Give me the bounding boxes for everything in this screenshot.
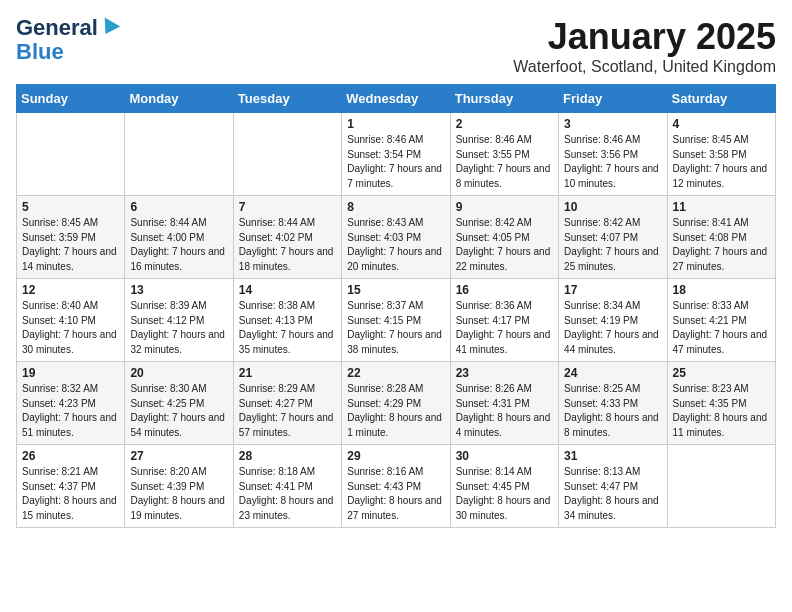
calendar-cell: 9 Sunrise: 8:42 AMSunset: 4:05 PMDayligh… [450,196,558,279]
day-info: Sunrise: 8:39 AMSunset: 4:12 PMDaylight:… [130,299,227,357]
calendar-cell: 24 Sunrise: 8:25 AMSunset: 4:33 PMDaylig… [559,362,667,445]
calendar-week-row: 12 Sunrise: 8:40 AMSunset: 4:10 PMDaylig… [17,279,776,362]
calendar-cell: 15 Sunrise: 8:37 AMSunset: 4:15 PMDaylig… [342,279,450,362]
day-number: 25 [673,366,770,380]
calendar-week-row: 26 Sunrise: 8:21 AMSunset: 4:37 PMDaylig… [17,445,776,528]
day-info: Sunrise: 8:43 AMSunset: 4:03 PMDaylight:… [347,216,444,274]
logo: General Blue [16,16,118,64]
calendar-cell: 21 Sunrise: 8:29 AMSunset: 4:27 PMDaylig… [233,362,341,445]
day-info: Sunrise: 8:16 AMSunset: 4:43 PMDaylight:… [347,465,444,523]
day-number: 30 [456,449,553,463]
day-number: 17 [564,283,661,297]
day-header: Friday [559,85,667,113]
day-info: Sunrise: 8:26 AMSunset: 4:31 PMDaylight:… [456,382,553,440]
calendar-cell: 16 Sunrise: 8:36 AMSunset: 4:17 PMDaylig… [450,279,558,362]
calendar-week-row: 5 Sunrise: 8:45 AMSunset: 3:59 PMDayligh… [17,196,776,279]
day-info: Sunrise: 8:13 AMSunset: 4:47 PMDaylight:… [564,465,661,523]
calendar-cell [667,445,775,528]
logo-icon [98,18,121,39]
calendar-cell [233,113,341,196]
calendar-cell: 12 Sunrise: 8:40 AMSunset: 4:10 PMDaylig… [17,279,125,362]
day-number: 6 [130,200,227,214]
day-info: Sunrise: 8:46 AMSunset: 3:55 PMDaylight:… [456,133,553,191]
day-info: Sunrise: 8:46 AMSunset: 3:54 PMDaylight:… [347,133,444,191]
day-number: 3 [564,117,661,131]
calendar-cell: 20 Sunrise: 8:30 AMSunset: 4:25 PMDaylig… [125,362,233,445]
day-number: 29 [347,449,444,463]
calendar-week-row: 1 Sunrise: 8:46 AMSunset: 3:54 PMDayligh… [17,113,776,196]
day-info: Sunrise: 8:28 AMSunset: 4:29 PMDaylight:… [347,382,444,440]
day-info: Sunrise: 8:36 AMSunset: 4:17 PMDaylight:… [456,299,553,357]
day-number: 5 [22,200,119,214]
day-number: 26 [22,449,119,463]
day-info: Sunrise: 8:18 AMSunset: 4:41 PMDaylight:… [239,465,336,523]
day-header: Saturday [667,85,775,113]
calendar-cell: 31 Sunrise: 8:13 AMSunset: 4:47 PMDaylig… [559,445,667,528]
calendar-week-row: 19 Sunrise: 8:32 AMSunset: 4:23 PMDaylig… [17,362,776,445]
calendar-cell: 1 Sunrise: 8:46 AMSunset: 3:54 PMDayligh… [342,113,450,196]
day-number: 11 [673,200,770,214]
calendar-cell [125,113,233,196]
day-number: 31 [564,449,661,463]
day-info: Sunrise: 8:40 AMSunset: 4:10 PMDaylight:… [22,299,119,357]
calendar-cell: 3 Sunrise: 8:46 AMSunset: 3:56 PMDayligh… [559,113,667,196]
calendar-cell: 4 Sunrise: 8:45 AMSunset: 3:58 PMDayligh… [667,113,775,196]
day-info: Sunrise: 8:45 AMSunset: 3:59 PMDaylight:… [22,216,119,274]
calendar-cell: 7 Sunrise: 8:44 AMSunset: 4:02 PMDayligh… [233,196,341,279]
day-number: 4 [673,117,770,131]
day-info: Sunrise: 8:20 AMSunset: 4:39 PMDaylight:… [130,465,227,523]
logo-text-blue: Blue [16,40,64,64]
calendar-body: 1 Sunrise: 8:46 AMSunset: 3:54 PMDayligh… [17,113,776,528]
day-info: Sunrise: 8:23 AMSunset: 4:35 PMDaylight:… [673,382,770,440]
calendar-cell: 28 Sunrise: 8:18 AMSunset: 4:41 PMDaylig… [233,445,341,528]
day-number: 2 [456,117,553,131]
calendar-cell: 26 Sunrise: 8:21 AMSunset: 4:37 PMDaylig… [17,445,125,528]
day-number: 1 [347,117,444,131]
calendar-table: SundayMondayTuesdayWednesdayThursdayFrid… [16,84,776,528]
calendar-cell: 6 Sunrise: 8:44 AMSunset: 4:00 PMDayligh… [125,196,233,279]
day-number: 20 [130,366,227,380]
day-header: Thursday [450,85,558,113]
day-info: Sunrise: 8:21 AMSunset: 4:37 PMDaylight:… [22,465,119,523]
day-number: 28 [239,449,336,463]
calendar-cell: 27 Sunrise: 8:20 AMSunset: 4:39 PMDaylig… [125,445,233,528]
calendar-cell: 2 Sunrise: 8:46 AMSunset: 3:55 PMDayligh… [450,113,558,196]
title-block: January 2025 Waterfoot, Scotland, United… [513,16,776,76]
day-number: 18 [673,283,770,297]
location: Waterfoot, Scotland, United Kingdom [513,58,776,76]
day-info: Sunrise: 8:34 AMSunset: 4:19 PMDaylight:… [564,299,661,357]
calendar-cell: 14 Sunrise: 8:38 AMSunset: 4:13 PMDaylig… [233,279,341,362]
day-info: Sunrise: 8:37 AMSunset: 4:15 PMDaylight:… [347,299,444,357]
day-info: Sunrise: 8:44 AMSunset: 4:00 PMDaylight:… [130,216,227,274]
day-info: Sunrise: 8:46 AMSunset: 3:56 PMDaylight:… [564,133,661,191]
day-number: 13 [130,283,227,297]
calendar-cell: 23 Sunrise: 8:26 AMSunset: 4:31 PMDaylig… [450,362,558,445]
day-number: 24 [564,366,661,380]
month-title: January 2025 [513,16,776,58]
day-number: 12 [22,283,119,297]
day-info: Sunrise: 8:44 AMSunset: 4:02 PMDaylight:… [239,216,336,274]
day-number: 10 [564,200,661,214]
calendar-cell: 11 Sunrise: 8:41 AMSunset: 4:08 PMDaylig… [667,196,775,279]
day-info: Sunrise: 8:38 AMSunset: 4:13 PMDaylight:… [239,299,336,357]
calendar-cell: 5 Sunrise: 8:45 AMSunset: 3:59 PMDayligh… [17,196,125,279]
day-number: 14 [239,283,336,297]
calendar-cell: 19 Sunrise: 8:32 AMSunset: 4:23 PMDaylig… [17,362,125,445]
day-number: 21 [239,366,336,380]
day-header: Tuesday [233,85,341,113]
calendar-cell: 17 Sunrise: 8:34 AMSunset: 4:19 PMDaylig… [559,279,667,362]
day-info: Sunrise: 8:42 AMSunset: 4:07 PMDaylight:… [564,216,661,274]
day-header: Monday [125,85,233,113]
calendar-cell: 30 Sunrise: 8:14 AMSunset: 4:45 PMDaylig… [450,445,558,528]
day-header: Wednesday [342,85,450,113]
day-number: 16 [456,283,553,297]
page-header: General Blue January 2025 Waterfoot, Sco… [16,16,776,76]
day-number: 8 [347,200,444,214]
day-number: 7 [239,200,336,214]
calendar-cell: 18 Sunrise: 8:33 AMSunset: 4:21 PMDaylig… [667,279,775,362]
day-info: Sunrise: 8:30 AMSunset: 4:25 PMDaylight:… [130,382,227,440]
day-number: 19 [22,366,119,380]
day-info: Sunrise: 8:33 AMSunset: 4:21 PMDaylight:… [673,299,770,357]
calendar-header-row: SundayMondayTuesdayWednesdayThursdayFrid… [17,85,776,113]
calendar-cell: 13 Sunrise: 8:39 AMSunset: 4:12 PMDaylig… [125,279,233,362]
